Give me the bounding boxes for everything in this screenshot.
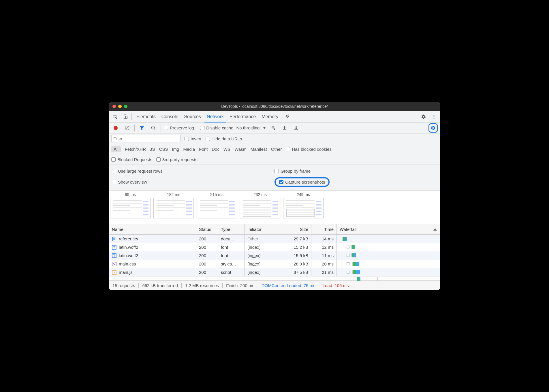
svg-rect-11 [283, 129, 286, 130]
initiator-link[interactable]: (index) [247, 245, 261, 250]
separator [131, 113, 132, 120]
svg-point-23 [114, 272, 115, 273]
table-row[interactable]: Tlatin.woff2200font(index)15.2 kB12 ms [109, 243, 440, 251]
status-bar: 15 requests 662 kB transferred 1.2 MB re… [109, 280, 440, 290]
disable-cache-checkbox[interactable]: Disable cache [200, 125, 233, 130]
initiator-link[interactable]: (index) [247, 253, 261, 258]
svg-point-8 [151, 126, 155, 129]
filter-type-css[interactable]: CSS [159, 147, 168, 152]
status-finish: Finish: 200 ms [223, 283, 258, 288]
filter-type-media[interactable]: Media [183, 147, 195, 152]
filter-icon[interactable] [138, 124, 146, 132]
capture-screenshots-checkbox[interactable]: Capture screenshots [279, 180, 325, 184]
close-icon[interactable] [112, 105, 116, 108]
cell-waterfall [337, 243, 440, 251]
filter-type-all[interactable]: All [111, 146, 121, 152]
tab-performance[interactable]: Performance [227, 111, 259, 122]
network-conditions-icon[interactable] [269, 124, 277, 132]
zoom-icon[interactable] [124, 105, 127, 108]
status-resources: 1.2 MB resources [182, 283, 223, 288]
clear-icon[interactable] [123, 124, 131, 132]
svg-point-5 [434, 118, 435, 118]
tab-network[interactable]: Network [204, 111, 227, 122]
col-status[interactable]: Status [196, 224, 218, 234]
initiator-link[interactable]: (index) [247, 261, 261, 266]
col-name[interactable]: Name [109, 224, 196, 234]
third-party-checkbox[interactable]: 3rd-party requests [156, 157, 198, 162]
separator [197, 125, 197, 131]
requests-table: Name Status Type Initiator Size Time Wat… [109, 224, 440, 280]
group-by-frame-checkbox[interactable]: Group by frame [274, 169, 311, 174]
tab-memory[interactable]: Memory [259, 111, 281, 122]
group-by-frame-label: Group by frame [281, 169, 311, 174]
filter-type-js[interactable]: JS [150, 147, 155, 152]
table-row[interactable]: Tlatin.woff2200font(index)15.5 kB11 ms [109, 251, 440, 260]
screenshot-thumbnail[interactable]: 182 ms [153, 192, 194, 218]
col-time[interactable]: Time [311, 224, 337, 234]
screenshot-time: 232 ms [253, 192, 267, 197]
table-row[interactable]: main.css200styles…(index)28.9 kB20 ms [109, 260, 440, 268]
minimize-icon[interactable] [118, 105, 122, 108]
filter-type-font[interactable]: Font [199, 147, 208, 152]
status-requests: 15 requests [112, 283, 139, 288]
large-rows-checkbox[interactable]: Use large request rows [112, 169, 162, 174]
screenshot-thumbnail[interactable]: 99 ms [110, 192, 151, 218]
tab-elements[interactable]: Elements [134, 111, 159, 122]
filter-type-ws[interactable]: WS [223, 147, 230, 152]
device-toggle-icon[interactable] [121, 112, 130, 121]
has-blocked-cookies-checkbox[interactable]: Has blocked cookies [286, 147, 332, 152]
cell-status: 200 [196, 268, 218, 276]
throttling-select[interactable]: No throttling [236, 125, 266, 130]
col-waterfall-label: Waterfall [340, 227, 357, 232]
invert-checkbox[interactable]: Invert [185, 136, 202, 141]
table-row[interactable]: main.js200script(index)37.5 kB21 ms [109, 268, 440, 276]
screenshot-image [110, 198, 151, 218]
col-size[interactable]: Size [283, 224, 311, 234]
tab-console[interactable]: Console [159, 111, 181, 122]
tabs-overflow-icon[interactable] [283, 112, 292, 121]
screenshot-thumbnail[interactable]: 215 ms [197, 192, 237, 218]
svg-point-3 [434, 115, 435, 116]
filter-type-doc[interactable]: Doc [212, 147, 219, 152]
svg-rect-0 [113, 115, 116, 118]
network-settings-gear-icon[interactable] [430, 125, 436, 131]
hide-data-urls-checkbox[interactable]: Hide data URLs [206, 136, 242, 141]
screenshot-image [153, 198, 194, 218]
initiator-link[interactable]: (index) [247, 270, 261, 275]
filter-input[interactable] [111, 135, 181, 142]
screenshot-thumbnail[interactable]: 232 ms [240, 192, 280, 218]
preserve-log-checkbox[interactable]: Preserve log [164, 125, 194, 130]
cell-status: 200 [196, 243, 218, 251]
filter-type-img[interactable]: Img [172, 147, 179, 152]
cell-size: 37.5 kB [283, 268, 311, 276]
blocked-requests-checkbox[interactable]: Blocked Requests [111, 157, 152, 162]
filter-type-manifest[interactable]: Manifest [251, 147, 267, 152]
filter-type-other[interactable]: Other [271, 147, 282, 152]
record-button[interactable] [111, 124, 120, 132]
show-overview-checkbox[interactable]: Show overview [112, 180, 147, 184]
screenshot-thumbnail[interactable]: 249 ms [283, 192, 324, 218]
cell-time: 20 ms [311, 260, 337, 268]
cell-status: 200 [196, 260, 218, 268]
cell-size: 28.9 kB [283, 260, 311, 268]
cell-time: 11 ms [311, 251, 337, 260]
cell-status: 200 [196, 251, 218, 260]
chevron-down-icon [263, 127, 266, 129]
filter-type-wasm[interactable]: Wasm [234, 147, 247, 152]
table-row[interactable]: reference/200docu…Other29.7 kB14 ms [109, 235, 440, 243]
col-waterfall[interactable]: Waterfall [337, 224, 440, 234]
separator [134, 125, 135, 131]
upload-har-icon[interactable] [280, 124, 289, 132]
kebab-menu-icon[interactable] [430, 112, 438, 121]
download-har-icon[interactable] [292, 124, 300, 132]
inspect-icon[interactable] [111, 112, 119, 121]
settings-gear-icon[interactable] [419, 112, 428, 121]
col-type[interactable]: Type [218, 224, 245, 234]
hide-data-urls-label: Hide data URLs [212, 136, 242, 141]
filter-type-fetch-xhr[interactable]: Fetch/XHR [125, 147, 146, 152]
tab-sources[interactable]: Sources [181, 111, 204, 122]
search-icon[interactable] [149, 124, 158, 132]
col-initiator[interactable]: Initiator [245, 224, 283, 234]
network-settings-highlighted [428, 123, 438, 133]
titlebar: DevTools - localhost:8080/docs/devtools/… [109, 102, 440, 111]
